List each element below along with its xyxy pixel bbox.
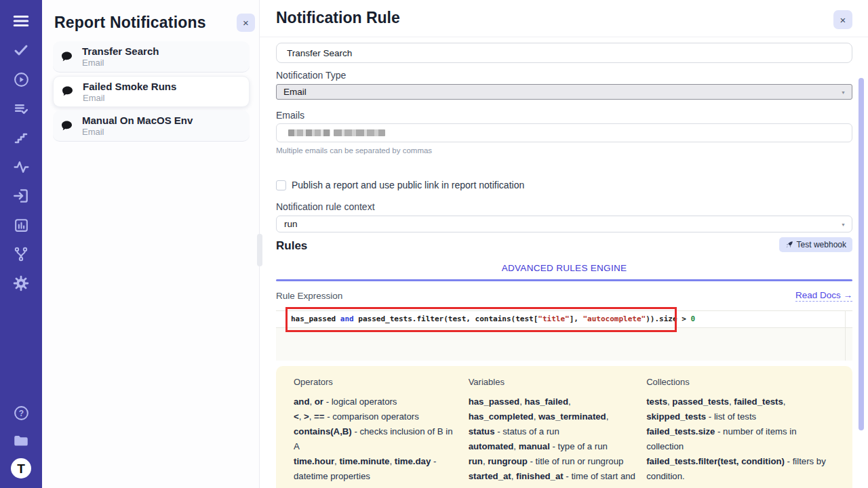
dialog-title: Notification Rule: [276, 9, 400, 27]
notification-list-item[interactable]: Transfer Search Email: [53, 41, 250, 73]
chat-bubble-icon: [60, 119, 74, 133]
check-icon[interactable]: [11, 40, 31, 60]
rule-expression-code[interactable]: has_passed and passed_tests.filter(test,…: [276, 310, 852, 328]
test-webhook-button[interactable]: Test webhook: [779, 237, 852, 252]
activity-icon[interactable]: [11, 157, 31, 177]
play-circle-icon[interactable]: [11, 69, 31, 89]
context-value: run: [284, 219, 298, 229]
help-entry: contains(A,B) - checks inclusion of B in…: [294, 424, 459, 454]
help-circle-icon[interactable]: ?: [11, 403, 31, 423]
help-entry: has_passed, has_failed, has_completed, w…: [469, 394, 637, 439]
list-check-icon[interactable]: [11, 98, 31, 119]
notification-title: Manual On MacOS Env: [82, 115, 193, 126]
testomat-logo[interactable]: T: [11, 458, 31, 479]
context-select[interactable]: run ▼: [276, 216, 852, 232]
rule-expression-editor[interactable]: has_passed and passed_tests.filter(test,…: [276, 310, 852, 361]
emails-helper-text: Multiple emails can be separated by comm…: [276, 146, 852, 155]
help-column-title: Collections: [646, 377, 835, 387]
notification-type-select[interactable]: Email ▼: [276, 84, 852, 100]
chevron-down-icon: ▼: [841, 216, 846, 232]
help-entry: <, >, == - comparison operators: [294, 409, 459, 424]
help-column-operators: Operatorsand, or - logical operators<, >…: [294, 377, 459, 488]
rocket-icon: [785, 241, 793, 249]
help-entry: run, rungroup - title of run or rungroup: [469, 454, 637, 469]
rules-heading: Rules: [276, 237, 307, 253]
read-docs-link[interactable]: Read Docs →: [795, 290, 852, 302]
help-entry: failed_tests.size - number of items in c…: [646, 424, 835, 454]
svg-text:?: ?: [18, 408, 23, 418]
sign-in-icon[interactable]: [11, 186, 31, 206]
help-entry: automated, manual - type of a run: [469, 439, 637, 454]
help-entry: test['title'], test['tags'], test['descr…: [646, 484, 835, 488]
help-column-variables: Variableshas_passed, has_failed, has_com…: [469, 377, 637, 488]
publish-checkbox[interactable]: [276, 180, 286, 190]
emails-label: Emails: [276, 110, 852, 121]
chat-bubble-icon: [60, 50, 74, 64]
branch-icon[interactable]: [11, 244, 31, 264]
chat-bubble-icon: [60, 85, 75, 98]
dialog-close-button[interactable]: ×: [833, 10, 852, 29]
notification-type: Email: [83, 93, 176, 103]
notification-title: Transfer Search: [82, 45, 159, 57]
notification-type: Email: [82, 58, 159, 68]
help-entry: and, or - logical operators: [294, 394, 459, 409]
test-webhook-label: Test webhook: [797, 240, 846, 249]
notification-list-item[interactable]: Manual On MacOS Env Email: [53, 110, 250, 142]
gear-icon[interactable]: [11, 273, 31, 293]
notification-type-value: Email: [283, 87, 307, 97]
notification-rule-dialog: Notification Rule × Notification Type Em…: [260, 0, 868, 488]
help-entry: 0.seconds_ago - same as Time.now: [294, 484, 459, 488]
context-label: Notification rule context: [276, 201, 852, 212]
rule-expression-label: Rule Expression: [276, 291, 342, 301]
rules-help-panel: Operatorsand, or - logical operators<, >…: [276, 366, 852, 488]
panel-close-button[interactable]: ×: [237, 14, 255, 32]
notification-type-label: Notification Type: [276, 70, 852, 81]
notification-list: Transfer Search Email Failed Smoke Runs …: [42, 32, 259, 142]
tab-underline: [276, 279, 852, 281]
app-sidebar: ? T: [0, 0, 42, 488]
steps-icon[interactable]: [11, 127, 31, 148]
vertical-scrollbar[interactable]: [859, 78, 864, 430]
bar-chart-icon[interactable]: [11, 215, 31, 235]
report-notifications-panel: Report Notifications × Transfer Search E…: [42, 0, 260, 488]
publish-checkbox-label: Publish a report and use public link in …: [292, 180, 524, 190]
help-entry: failed_tests.filter(test, condition) - f…: [646, 454, 835, 484]
chevron-down-icon: ▼: [841, 85, 846, 99]
help-entry: started_at, finished_at - time of start …: [469, 469, 637, 488]
tab-advanced-rules-engine[interactable]: ADVANCED RULES ENGINE: [502, 263, 627, 273]
notification-type: Email: [82, 127, 193, 137]
emails-input[interactable]: [276, 123, 852, 142]
folder-icon[interactable]: [11, 430, 31, 451]
help-column-title: Operators: [294, 377, 459, 387]
panel-title: Report Notifications: [54, 14, 206, 32]
menu-icon[interactable]: [11, 11, 31, 31]
help-entry: tests, passed_tests, failed_tests, skipp…: [646, 394, 835, 424]
notification-list-item[interactable]: Failed Smoke Runs Email: [53, 76, 250, 107]
help-column-collections: Collectionstests, passed_tests, failed_t…: [646, 377, 835, 488]
help-entry: time.hour, time.minute, time.day - datet…: [294, 454, 459, 484]
notification-title: Failed Smoke Runs: [83, 81, 176, 92]
redacted-email-value: [288, 129, 385, 136]
help-column-title: Variables: [469, 377, 637, 387]
rule-name-input[interactable]: [276, 43, 852, 63]
panel-resize-handle[interactable]: [257, 234, 262, 266]
editor-divider: [845, 310, 846, 361]
